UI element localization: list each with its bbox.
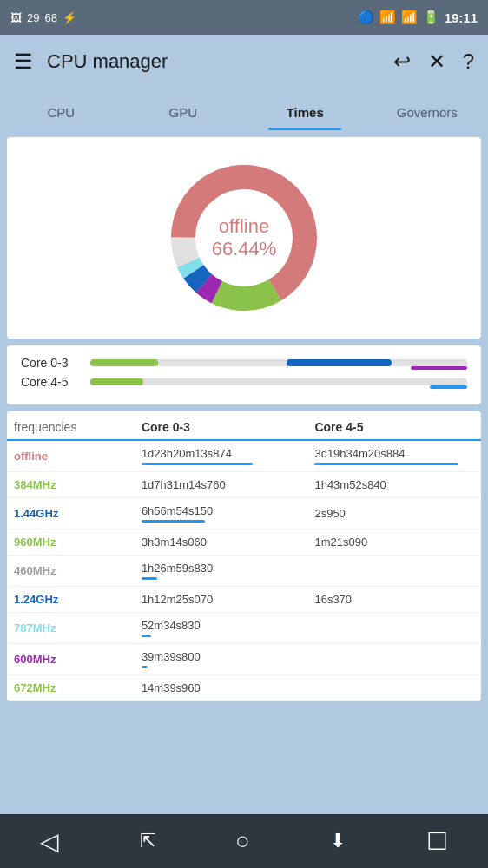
freq-label: 1.44GHz xyxy=(7,498,135,529)
core-45-bar xyxy=(90,375,467,389)
battery-icon: 🔋 xyxy=(423,10,439,25)
core-03-fill xyxy=(90,359,158,366)
freq-label: 460MHz xyxy=(7,556,135,587)
core03-value: 52m34s830 xyxy=(135,613,308,644)
core03-value: 3h3m14s060 xyxy=(135,529,308,556)
table-row: offline 1d23h20m13s874 3d19h34m20s884 xyxy=(7,440,481,472)
screen-icon: 🖼 xyxy=(10,11,22,24)
core-45-bg xyxy=(90,378,467,385)
core-row-45: Core 4-5 xyxy=(21,375,467,389)
table-row: 1.24GHz 1h12m25s070 16s370 xyxy=(7,587,481,613)
core03-value: 6h56m54s150 xyxy=(135,498,308,529)
nav-recent-icon[interactable]: ⇱ xyxy=(140,830,155,852)
close-button[interactable]: ✕ xyxy=(428,49,445,74)
nav-back-icon[interactable]: ◁ xyxy=(40,827,59,856)
tab-bar: CPU GPU Times Governors xyxy=(0,89,488,130)
content-area: offline 66.44% Core 0-3 Core 4-5 xyxy=(0,130,488,814)
core03-value: 1d23h20m13s874 xyxy=(135,440,308,472)
table-row: 384MHz 1d7h31m14s760 1h43m52s840 xyxy=(7,472,481,498)
help-button[interactable]: ? xyxy=(463,49,474,74)
table-row: 1.44GHz 6h56m54s150 2s950 xyxy=(7,498,481,529)
col-core03: Core 0-3 xyxy=(135,411,308,440)
core45-value: 16s370 xyxy=(307,587,481,613)
toolbar: ☰ CPU manager ↩ ✕ ? xyxy=(0,35,488,89)
freq-label: 1.24GHz xyxy=(7,587,135,613)
status-num2: 68 xyxy=(44,11,56,24)
freq-label: 384MHz xyxy=(7,472,135,498)
bottom-nav: ◁ ⇱ ○ ⬇ ☐ xyxy=(0,814,488,868)
donut-percent-label: 66.44% xyxy=(212,238,277,260)
frequencies-card: frequencies Core 0-3 Core 4-5 offline 1d… xyxy=(7,411,481,701)
tab-times[interactable]: Times xyxy=(244,105,366,130)
nav-home-icon[interactable]: ○ xyxy=(235,827,250,855)
tab-governors[interactable]: Governors xyxy=(366,105,489,130)
status-left-icons: 🖼 29 68 ⚡ xyxy=(10,11,76,24)
core-03-secondary xyxy=(287,359,392,366)
usb-icon: ⚡ xyxy=(63,11,76,24)
core-03-bar xyxy=(90,356,467,370)
freq-table: frequencies Core 0-3 Core 4-5 offline 1d… xyxy=(7,411,481,701)
bluetooth-icon: 🔵 xyxy=(358,10,374,25)
freq-label: 600MHz xyxy=(7,644,135,675)
core45-value xyxy=(307,675,481,701)
freq-label: 960MHz xyxy=(7,529,135,556)
signal-icon: 📶 xyxy=(401,10,418,25)
table-row: 787MHz 52m34s830 xyxy=(7,613,481,644)
freq-label: offline xyxy=(7,440,135,472)
col-core45: Core 4-5 xyxy=(307,411,481,440)
core03-value: 1d7h31m14s760 xyxy=(135,472,308,498)
core45-value: 3d19h34m20s884 xyxy=(307,440,481,472)
time-display: 19:11 xyxy=(445,10,478,25)
cores-card: Core 0-3 Core 4-5 xyxy=(7,345,481,404)
donut-container: offline 66.44% xyxy=(157,151,331,325)
core45-value xyxy=(307,644,481,675)
donut-offline-label: offline xyxy=(212,215,277,238)
status-bar: 🖼 29 68 ⚡ 🔵 📶 📶 🔋 19:11 xyxy=(0,0,488,35)
core45-value xyxy=(307,613,481,644)
wifi-icon: 📶 xyxy=(379,10,396,25)
nav-square-icon[interactable]: ☐ xyxy=(426,827,448,856)
core03-value: 14m39s960 xyxy=(135,675,308,701)
col-frequencies: frequencies xyxy=(7,411,135,440)
freq-table-body: offline 1d23h20m13s874 3d19h34m20s884 38… xyxy=(7,440,481,701)
app-title: CPU manager xyxy=(47,50,393,73)
freq-table-header: frequencies Core 0-3 Core 4-5 xyxy=(7,411,481,440)
core-45-accent xyxy=(430,385,467,389)
status-num1: 29 xyxy=(27,11,39,24)
core03-value: 1h12m25s070 xyxy=(135,587,308,613)
freq-label: 672MHz xyxy=(7,675,135,701)
tab-gpu[interactable]: GPU xyxy=(122,105,245,130)
donut-chart-card: offline 66.44% xyxy=(7,137,481,339)
core-row-03: Core 0-3 xyxy=(21,356,467,370)
core45-value xyxy=(307,556,481,587)
tab-cpu[interactable]: CPU xyxy=(0,105,122,130)
core-03-label: Core 0-3 xyxy=(21,356,90,370)
table-row: 460MHz 1h26m59s830 xyxy=(7,556,481,587)
core-45-fill xyxy=(90,378,143,385)
core03-value: 1h26m59s830 xyxy=(135,556,308,587)
freq-header-row: frequencies Core 0-3 Core 4-5 xyxy=(7,411,481,440)
table-row: 672MHz 14m39s960 xyxy=(7,675,481,701)
nav-download-icon[interactable]: ⬇ xyxy=(330,830,346,852)
toolbar-actions: ↩ ✕ ? xyxy=(393,49,474,74)
core45-value: 2s950 xyxy=(307,498,481,529)
freq-label: 787MHz xyxy=(7,613,135,644)
core45-value: 1h43m52s840 xyxy=(307,472,481,498)
status-right-icons: 🔵 📶 📶 🔋 19:11 xyxy=(358,10,478,25)
donut-label: offline 66.44% xyxy=(212,215,277,260)
core-03-accent xyxy=(411,366,467,370)
core-45-label: Core 4-5 xyxy=(21,375,90,389)
menu-button[interactable]: ☰ xyxy=(14,49,33,74)
back-button[interactable]: ↩ xyxy=(393,49,411,74)
table-row: 960MHz 3h3m14s060 1m21s090 xyxy=(7,529,481,556)
core03-value: 39m39s800 xyxy=(135,644,308,675)
table-row: 600MHz 39m39s800 xyxy=(7,644,481,675)
core45-value: 1m21s090 xyxy=(307,529,481,556)
